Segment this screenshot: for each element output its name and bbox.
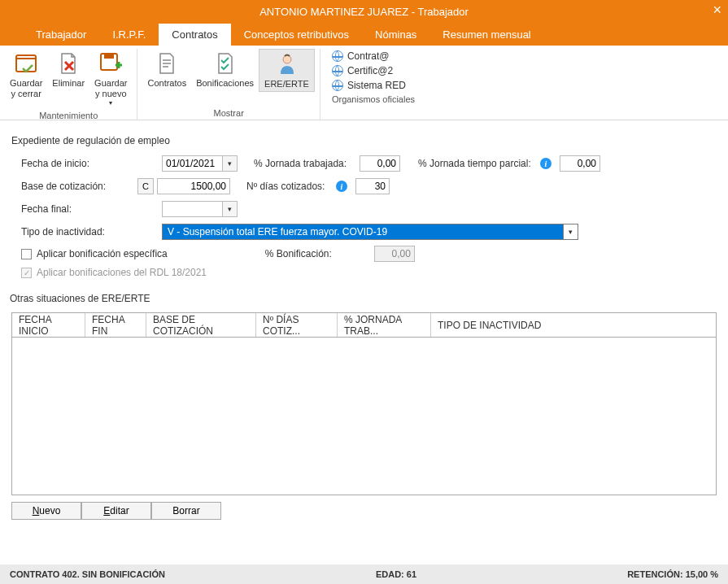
globe-icon [332, 50, 343, 62]
tab-conceptos[interactable]: Conceptos retributivos [231, 24, 362, 46]
fecha-final-label: Fecha final: [11, 203, 137, 215]
window-title: ANTONIO MARTINEZ JUAREZ - Trabajador [259, 6, 469, 18]
jornada-trabajada-input[interactable] [360, 155, 400, 172]
fecha-inicio-input[interactable] [162, 155, 223, 172]
tab-irpf[interactable]: I.R.P.F. [99, 24, 159, 46]
tipo-inactividad-dropdown[interactable]: ▾ [564, 224, 578, 240]
certifica2-label: Certific@2 [347, 65, 393, 76]
guardar-cerrar-label: Guardary cerrar [10, 78, 42, 99]
base-cotizacion-input[interactable] [157, 178, 230, 194]
info-icon[interactable]: i [336, 181, 347, 192]
contracts-icon [154, 50, 180, 76]
status-edad: EDAD: 61 [376, 569, 416, 579]
close-icon[interactable]: × [713, 2, 721, 19]
eliminar-button[interactable]: Eliminar [47, 49, 89, 90]
table-wrap: FECHA INICIO FECHA FIN BASE DE COTIZACIÓ… [11, 312, 717, 520]
tipo-inactividad-select[interactable]: V - Suspensión total ERE fuerza mayor. C… [162, 224, 564, 240]
pct-bonificacion-label: % Bonificación: [265, 248, 332, 259]
jornada-parcial-label: % Jornada tiempo parcial: [418, 158, 540, 169]
contratos-label: Contratos [147, 78, 186, 89]
aplicar-bonif-rdl-checkbox: ✓ [21, 268, 32, 278]
aplicar-bonif-especifica-label: Aplicar bonificación específica [37, 248, 168, 259]
guardar-cerrar-button[interactable]: Guardary cerrar [5, 49, 47, 101]
base-cotizacion-c-button[interactable]: C [137, 178, 154, 194]
person-icon [274, 51, 300, 77]
situaciones-grid[interactable]: FECHA INICIO FECHA FIN BASE DE COTIZACIÓ… [11, 312, 717, 495]
col-fecha-fin[interactable]: FECHA FIN [85, 313, 146, 337]
certifica2-link[interactable]: Certific@2 [332, 65, 408, 76]
tipo-inactividad-label: Tipo de inactividad: [11, 226, 137, 238]
content: Expediente de regulación de empleo Fecha… [0, 120, 728, 304]
svg-rect-2 [104, 54, 114, 59]
delete-icon [55, 50, 81, 76]
guardar-nuevo-label: Guardary nuevo [94, 78, 127, 99]
globe-icon [332, 80, 343, 91]
globe-icon [332, 65, 343, 76]
bonif-icon [212, 50, 238, 76]
col-jornada-trab[interactable]: % JORNADA TRAB... [338, 313, 431, 337]
svg-point-3 [283, 55, 291, 63]
tab-resumen[interactable]: Resumen mensual [429, 24, 543, 46]
base-cotizacion-label: Base de cotización: [11, 181, 137, 192]
ribbon-group-organismos: Contrat@ Certific@2 Sistema RED Organism… [320, 49, 420, 120]
status-retencion: RETENCIÓN: 15,00 % [627, 569, 718, 579]
sistema-red-link[interactable]: Sistema RED [332, 80, 408, 91]
status-contrato: CONTRATO 402. SIN BONIFICACIÓN [10, 569, 165, 579]
fecha-final-dropdown[interactable]: ▾ [223, 201, 238, 217]
section-otras-title: Otras situaciones de ERE/ERTE [10, 293, 717, 304]
tab-contratos[interactable]: Contratos [159, 24, 230, 46]
jornada-parcial-input[interactable] [560, 155, 600, 172]
aplicar-bonif-rdl-label: Aplicar bonificaciones del RDL 18/2021 [37, 267, 207, 278]
ere-erte-label: ERE/ERTE [264, 79, 309, 89]
jornada-trabajada-label: % Jornada trabajada: [254, 158, 360, 169]
bonificaciones-button[interactable]: Bonificaciones [191, 49, 259, 90]
info-icon[interactable]: i [540, 158, 551, 169]
tab-trabajador[interactable]: Trabajador [23, 24, 99, 46]
save-close-icon [13, 50, 39, 76]
col-fecha-inicio[interactable]: FECHA INICIO [12, 313, 85, 337]
ribbon-group-mantenimiento: Guardary cerrar Eliminar Guardary nuevo … [0, 49, 137, 120]
fecha-inicio-dropdown[interactable]: ▾ [223, 155, 238, 172]
editar-button[interactable]: Editar [81, 502, 151, 520]
ribbon: Guardary cerrar Eliminar Guardary nuevo … [0, 46, 728, 120]
ribbon-group-mantenimiento-label: Mantenimiento [5, 109, 132, 122]
contrata-link[interactable]: Contrat@ [332, 50, 408, 62]
tabbar: Trabajador I.R.P.F. Contratos Conceptos … [0, 23, 728, 46]
statusbar: CONTRATO 402. SIN BONIFICACIÓN EDAD: 61 … [0, 564, 728, 584]
ribbon-group-mostrar-label: Mostrar [142, 107, 314, 120]
section-expediente-title: Expediente de regulación de empleo [11, 135, 717, 146]
sistema-red-label: Sistema RED [347, 80, 406, 91]
fecha-final-input[interactable] [162, 201, 223, 217]
contratos-button[interactable]: Contratos [142, 49, 191, 90]
save-new-icon [98, 50, 124, 76]
col-dias-cotiz[interactable]: Nº DÍAS COTIZ... [256, 313, 338, 337]
eliminar-label: Eliminar [52, 78, 85, 89]
dias-cotizados-input[interactable] [355, 178, 390, 194]
col-tipo-inactividad[interactable]: TIPO DE INACTIVIDAD [431, 313, 716, 337]
col-base-cotizacion[interactable]: BASE DE COTIZACIÓN [146, 313, 256, 337]
grid-header: FECHA INICIO FECHA FIN BASE DE COTIZACIÓ… [12, 313, 716, 338]
nuevo-button[interactable]: Nuevo [11, 502, 81, 520]
borrar-button[interactable]: Borrar [151, 502, 221, 520]
tab-nominas[interactable]: Nóminas [362, 24, 429, 46]
fecha-inicio-label: Fecha de inicio: [11, 158, 137, 169]
titlebar: ANTONIO MARTINEZ JUAREZ - Trabajador × [0, 0, 728, 23]
ribbon-group-mostrar: Contratos Bonificaciones ERE/ERTE Mostra… [137, 49, 320, 120]
ribbon-group-organismos-label: Organismos oficiales [325, 93, 415, 106]
aplicar-bonif-especifica-checkbox[interactable] [21, 249, 32, 259]
bonificaciones-label: Bonificaciones [196, 78, 254, 89]
ere-erte-button[interactable]: ERE/ERTE [259, 49, 315, 92]
guardar-nuevo-button[interactable]: Guardary nuevo ▾ [89, 49, 132, 109]
pct-bonificacion-input [374, 246, 415, 262]
contrata-label: Contrat@ [347, 50, 390, 62]
dias-cotizados-label: Nº días cotizados: [246, 181, 336, 192]
